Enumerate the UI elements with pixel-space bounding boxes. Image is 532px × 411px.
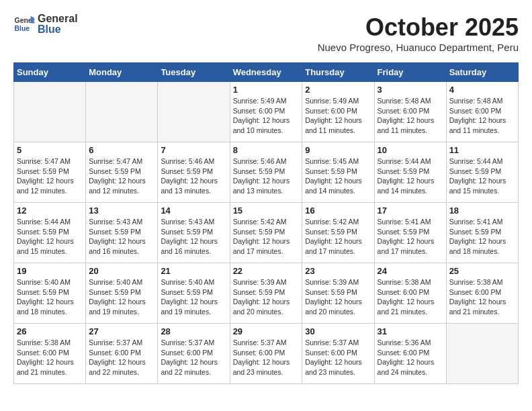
day-number: 25 — [449, 266, 515, 276]
day-info: Sunrise: 5:38 AMSunset: 6:00 PMDaylight:… — [378, 277, 443, 317]
calendar-cell: 7Sunrise: 5:46 AMSunset: 5:59 PMDaylight… — [158, 142, 230, 203]
logo: General Blue General Blue — [13, 13, 78, 35]
day-number: 27 — [89, 326, 154, 336]
day-info: Sunrise: 5:39 AMSunset: 5:59 PMDaylight:… — [305, 277, 371, 317]
day-info: Sunrise: 5:46 AMSunset: 5:59 PMDaylight:… — [161, 156, 226, 196]
day-number: 26 — [17, 326, 83, 336]
day-info: Sunrise: 5:40 AMSunset: 5:59 PMDaylight:… — [161, 277, 226, 317]
week-row-1: 1Sunrise: 5:49 AMSunset: 6:00 PMDaylight… — [14, 82, 519, 142]
day-info: Sunrise: 5:47 AMSunset: 5:59 PMDaylight:… — [89, 156, 154, 196]
calendar-cell: 8Sunrise: 5:46 AMSunset: 5:59 PMDaylight… — [230, 142, 302, 203]
calendar-cell: 30Sunrise: 5:37 AMSunset: 6:00 PMDayligh… — [302, 324, 374, 384]
calendar-cell: 31Sunrise: 5:36 AMSunset: 6:00 PMDayligh… — [374, 324, 446, 384]
day-info: Sunrise: 5:47 AMSunset: 5:59 PMDaylight:… — [17, 156, 83, 196]
day-number: 16 — [305, 205, 371, 216]
day-number: 30 — [305, 326, 371, 336]
calendar-cell: 16Sunrise: 5:42 AMSunset: 5:59 PMDayligh… — [302, 203, 374, 263]
day-number: 13 — [89, 205, 154, 216]
calendar-cell: 15Sunrise: 5:42 AMSunset: 5:59 PMDayligh… — [230, 203, 302, 263]
day-info: Sunrise: 5:38 AMSunset: 6:00 PMDaylight:… — [449, 277, 515, 317]
logo-general-text: General — [38, 13, 78, 24]
calendar-cell: 2Sunrise: 5:49 AMSunset: 6:00 PMDaylight… — [302, 82, 374, 142]
day-info: Sunrise: 5:37 AMSunset: 6:00 PMDaylight:… — [89, 338, 154, 377]
day-number: 7 — [161, 145, 226, 155]
day-number: 31 — [378, 326, 443, 336]
calendar-cell: 20Sunrise: 5:40 AMSunset: 5:59 PMDayligh… — [86, 263, 158, 324]
day-info: Sunrise: 5:41 AMSunset: 5:59 PMDaylight:… — [449, 217, 515, 257]
calendar-cell: 1Sunrise: 5:49 AMSunset: 6:00 PMDaylight… — [230, 82, 302, 142]
weekday-header-row: SundayMondayTuesdayWednesdayThursdayFrid… — [14, 63, 519, 82]
day-number: 24 — [378, 266, 443, 276]
calendar-cell: 29Sunrise: 5:37 AMSunset: 6:00 PMDayligh… — [230, 324, 302, 384]
header: General Blue General Blue October 2025 N… — [13, 13, 519, 60]
calendar-cell: 17Sunrise: 5:41 AMSunset: 5:59 PMDayligh… — [374, 203, 446, 263]
calendar-cell: 26Sunrise: 5:38 AMSunset: 6:00 PMDayligh… — [14, 324, 86, 384]
day-number: 5 — [17, 145, 83, 155]
logo-icon: General Blue — [13, 13, 35, 35]
calendar-cell: 4Sunrise: 5:48 AMSunset: 6:00 PMDaylight… — [446, 82, 518, 142]
calendar-cell: 19Sunrise: 5:40 AMSunset: 5:59 PMDayligh… — [14, 263, 86, 324]
subtitle: Nuevo Progreso, Huanuco Department, Peru — [318, 42, 519, 53]
day-number: 17 — [378, 205, 443, 216]
calendar-cell: 25Sunrise: 5:38 AMSunset: 6:00 PMDayligh… — [446, 263, 518, 324]
day-info: Sunrise: 5:43 AMSunset: 5:59 PMDaylight:… — [161, 217, 226, 257]
weekday-header-saturday: Saturday — [446, 63, 518, 82]
calendar-cell: 9Sunrise: 5:45 AMSunset: 5:59 PMDaylight… — [302, 142, 374, 203]
day-number: 18 — [449, 205, 515, 216]
calendar-cell: 28Sunrise: 5:37 AMSunset: 6:00 PMDayligh… — [158, 324, 230, 384]
day-info: Sunrise: 5:37 AMSunset: 6:00 PMDaylight:… — [161, 338, 226, 377]
calendar-cell: 11Sunrise: 5:44 AMSunset: 5:59 PMDayligh… — [446, 142, 518, 203]
calendar-cell: 22Sunrise: 5:39 AMSunset: 5:59 PMDayligh… — [230, 263, 302, 324]
day-number: 9 — [305, 145, 371, 155]
calendar-cell: 10Sunrise: 5:44 AMSunset: 5:59 PMDayligh… — [374, 142, 446, 203]
day-info: Sunrise: 5:37 AMSunset: 6:00 PMDaylight:… — [305, 338, 371, 377]
calendar-cell — [446, 324, 518, 384]
day-info: Sunrise: 5:48 AMSunset: 6:00 PMDaylight:… — [449, 96, 515, 136]
calendar-cell: 18Sunrise: 5:41 AMSunset: 5:59 PMDayligh… — [446, 203, 518, 263]
week-row-3: 12Sunrise: 5:44 AMSunset: 5:59 PMDayligh… — [14, 203, 519, 263]
logo-blue-text: Blue — [38, 24, 78, 35]
weekday-header-thursday: Thursday — [302, 63, 374, 82]
calendar: SundayMondayTuesdayWednesdayThursdayFrid… — [13, 62, 519, 384]
day-number: 15 — [233, 205, 300, 216]
month-title: October 2025 — [318, 13, 519, 42]
day-number: 8 — [233, 145, 300, 155]
day-number: 19 — [17, 266, 83, 276]
day-info: Sunrise: 5:49 AMSunset: 6:00 PMDaylight:… — [233, 96, 300, 136]
day-number: 21 — [161, 266, 226, 276]
day-info: Sunrise: 5:44 AMSunset: 5:59 PMDaylight:… — [449, 156, 515, 196]
day-number: 28 — [161, 326, 226, 336]
day-info: Sunrise: 5:37 AMSunset: 6:00 PMDaylight:… — [233, 338, 300, 377]
day-info: Sunrise: 5:45 AMSunset: 5:59 PMDaylight:… — [305, 156, 371, 196]
day-number: 4 — [449, 85, 515, 95]
calendar-cell: 5Sunrise: 5:47 AMSunset: 5:59 PMDaylight… — [14, 142, 86, 203]
week-row-2: 5Sunrise: 5:47 AMSunset: 5:59 PMDaylight… — [14, 142, 519, 203]
day-info: Sunrise: 5:43 AMSunset: 5:59 PMDaylight:… — [89, 217, 154, 257]
calendar-cell: 27Sunrise: 5:37 AMSunset: 6:00 PMDayligh… — [86, 324, 158, 384]
day-info: Sunrise: 5:40 AMSunset: 5:59 PMDaylight:… — [89, 277, 154, 317]
calendar-cell: 13Sunrise: 5:43 AMSunset: 5:59 PMDayligh… — [86, 203, 158, 263]
day-info: Sunrise: 5:41 AMSunset: 5:59 PMDaylight:… — [378, 217, 443, 257]
calendar-cell: 6Sunrise: 5:47 AMSunset: 5:59 PMDaylight… — [86, 142, 158, 203]
day-info: Sunrise: 5:40 AMSunset: 5:59 PMDaylight:… — [17, 277, 83, 317]
week-row-5: 26Sunrise: 5:38 AMSunset: 6:00 PMDayligh… — [14, 324, 519, 384]
day-info: Sunrise: 5:39 AMSunset: 5:59 PMDaylight:… — [233, 277, 300, 317]
day-number: 20 — [89, 266, 154, 276]
day-number: 3 — [378, 85, 443, 95]
day-number: 12 — [17, 205, 83, 216]
calendar-cell — [14, 82, 86, 142]
weekday-header-tuesday: Tuesday — [158, 63, 230, 82]
day-number: 1 — [233, 85, 300, 95]
calendar-cell: 24Sunrise: 5:38 AMSunset: 6:00 PMDayligh… — [374, 263, 446, 324]
day-info: Sunrise: 5:44 AMSunset: 5:59 PMDaylight:… — [17, 217, 83, 257]
day-info: Sunrise: 5:42 AMSunset: 5:59 PMDaylight:… — [233, 217, 300, 257]
day-number: 22 — [233, 266, 300, 276]
day-number: 2 — [305, 85, 371, 95]
calendar-cell — [86, 82, 158, 142]
day-info: Sunrise: 5:36 AMSunset: 6:00 PMDaylight:… — [378, 338, 443, 377]
day-number: 23 — [305, 266, 371, 276]
calendar-cell: 21Sunrise: 5:40 AMSunset: 5:59 PMDayligh… — [158, 263, 230, 324]
calendar-cell: 14Sunrise: 5:43 AMSunset: 5:59 PMDayligh… — [158, 203, 230, 263]
day-number: 6 — [89, 145, 154, 155]
weekday-header-monday: Monday — [86, 63, 158, 82]
